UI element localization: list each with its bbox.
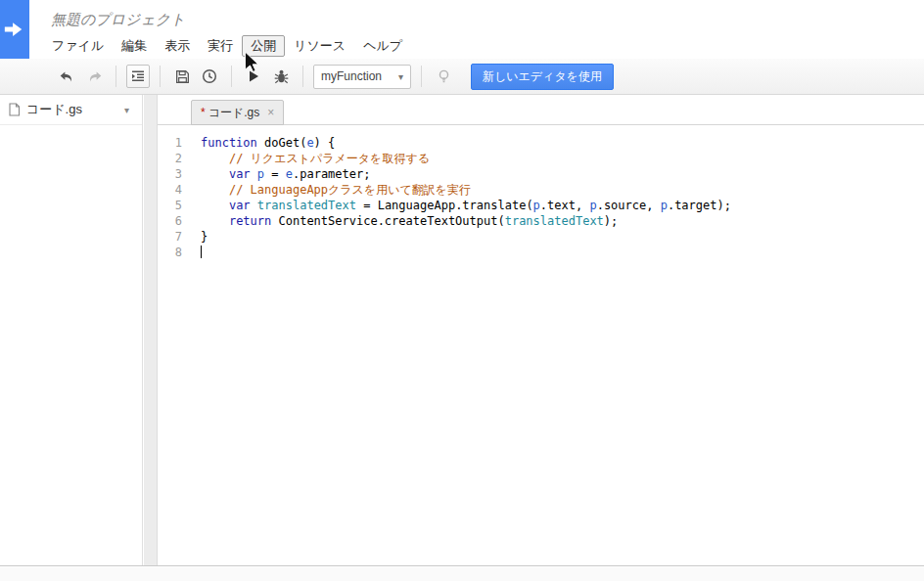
code-line[interactable]: // LanguageAppクラスを用いて翻訳を実行: [201, 182, 924, 198]
line-number: 5: [158, 198, 182, 213]
menu-item-resources[interactable]: リソース: [285, 35, 354, 57]
line-number: 7: [158, 229, 182, 245]
hint-lightbulb-button[interactable]: [432, 65, 455, 88]
line-number: 3: [158, 166, 182, 182]
line-number: 6: [158, 213, 182, 229]
sidebar-splitter[interactable]: [144, 95, 158, 565]
tab-close-icon[interactable]: ×: [267, 106, 274, 119]
indent-icon: [131, 69, 145, 83]
unsaved-marker: *: [201, 106, 206, 119]
save-icon: [174, 68, 191, 85]
text-caret: [201, 246, 202, 258]
code-line[interactable]: return ContentService.createTextOutput(t…: [201, 213, 924, 229]
file-name: コード.gs: [26, 101, 82, 118]
toolbar: myFunction ▾ 新しいエディタを使用: [0, 59, 924, 95]
play-icon: [246, 68, 261, 84]
chevron-down-icon: ▾: [398, 71, 403, 82]
arrow-logo-icon: [3, 19, 24, 40]
menu-item-view[interactable]: 表示: [156, 35, 199, 57]
menu-item-edit[interactable]: 編集: [113, 35, 156, 57]
line-number-gutter: 12345678: [158, 125, 189, 565]
clock-icon: [201, 67, 218, 85]
undo-icon: [59, 68, 75, 85]
toolbar-separator: [160, 66, 161, 87]
function-selector[interactable]: myFunction ▾: [313, 65, 411, 89]
code-line[interactable]: function doGet(e) {: [201, 135, 924, 151]
use-new-editor-button[interactable]: 新しいエディタを使用: [471, 64, 614, 90]
redo-button[interactable]: [82, 65, 106, 88]
line-number: 2: [158, 151, 182, 166]
menu-bar: ファイル編集表示実行公開リソースヘルプ: [43, 35, 411, 57]
lightbulb-icon: [436, 68, 452, 85]
toolbar-separator: [421, 66, 422, 87]
function-selector-value: myFunction: [321, 69, 398, 83]
file-item-code-gs[interactable]: コード.gs ▾: [0, 95, 142, 125]
file-menu-caret-icon[interactable]: ▾: [119, 103, 134, 117]
menu-item-run[interactable]: 実行: [199, 35, 242, 57]
tab-label: コード.gs: [208, 105, 260, 121]
code-line[interactable]: // リクエストパラメータを取得する: [201, 151, 924, 166]
code-line[interactable]: var p = e.parameter;: [201, 166, 924, 182]
toolbar-separator: [302, 66, 303, 87]
apps-script-logo: [0, 0, 29, 59]
tab-code-gs[interactable]: * コード.gs ×: [191, 100, 284, 125]
file-icon: [8, 103, 21, 116]
toolbar-separator: [231, 66, 232, 87]
project-title[interactable]: 無題のプロジェクト: [51, 11, 185, 29]
indent-button[interactable]: [126, 65, 150, 88]
apps-script-window: 無題のプロジェクト ファイル編集表示実行公開リソースヘルプ: [0, 0, 924, 581]
code-line[interactable]: [201, 245, 924, 260]
code-area: 12345678 function doGet(e) { // リクエストパラメ…: [158, 125, 924, 565]
code-line[interactable]: }: [201, 229, 924, 245]
tab-bar: * コード.gs ×: [158, 95, 924, 125]
file-sidebar: コード.gs ▾: [0, 95, 143, 565]
menu-item-help[interactable]: ヘルプ: [354, 35, 411, 57]
redo-icon: [86, 68, 103, 85]
code-lines[interactable]: function doGet(e) { // リクエストパラメータを取得する v…: [189, 125, 924, 565]
toolbar-separator: [116, 66, 116, 87]
bug-icon: [273, 68, 290, 85]
menu-item-file[interactable]: ファイル: [43, 35, 113, 57]
menu-item-publish[interactable]: 公開: [242, 35, 285, 57]
line-number: 8: [158, 245, 182, 260]
debug-button[interactable]: [269, 65, 293, 88]
undo-button[interactable]: [55, 65, 78, 88]
line-number: 4: [158, 182, 182, 198]
save-button[interactable]: [170, 65, 194, 88]
line-number: 1: [158, 135, 182, 151]
triggers-button[interactable]: [198, 65, 221, 88]
code-line[interactable]: var translatedText = LanguageApp.transla…: [201, 198, 924, 213]
code-editor: * コード.gs × 12345678 function doGet(e) { …: [158, 95, 924, 565]
run-button[interactable]: [242, 65, 265, 88]
status-bar: [0, 565, 924, 581]
